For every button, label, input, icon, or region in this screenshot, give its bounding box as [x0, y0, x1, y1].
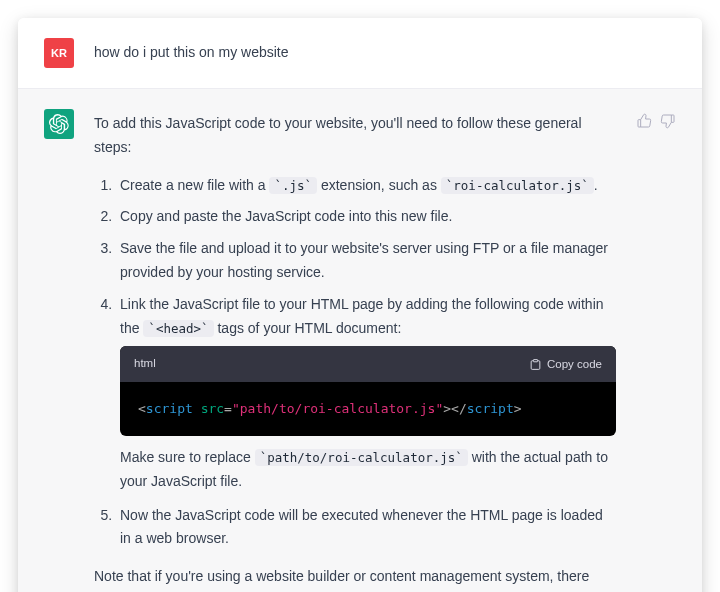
- thumbs-up-icon: [636, 113, 652, 129]
- inline-code: `roi-calculator.js`: [441, 177, 594, 194]
- copy-code-label: Copy code: [547, 358, 602, 370]
- code-content: <script src="path/to/roi-calculator.js">…: [120, 382, 616, 436]
- inline-code: `.js`: [269, 177, 317, 194]
- step-1: Create a new file with a `.js` extension…: [116, 174, 616, 198]
- message-actions: [636, 109, 676, 592]
- assistant-outro-text: Note that if you're using a website buil…: [94, 565, 616, 592]
- assistant-message-body: To add this JavaScript code to your webs…: [94, 109, 616, 592]
- assistant-intro-text: To add this JavaScript code to your webs…: [94, 112, 616, 160]
- user-message-text: how do i put this on my website: [94, 44, 289, 60]
- steps-list: Create a new file with a `.js` extension…: [94, 174, 616, 552]
- thumbs-up-button[interactable]: [636, 113, 652, 129]
- inline-code: `path/to/roi-calculator.js`: [255, 449, 468, 466]
- code-language-label: html: [134, 354, 156, 374]
- step-5: Now the JavaScript code will be executed…: [116, 504, 616, 552]
- thumbs-down-icon: [660, 113, 676, 129]
- user-avatar-initials: KR: [51, 47, 67, 59]
- copy-code-button[interactable]: Copy code: [529, 358, 602, 371]
- svg-rect-0: [533, 359, 537, 361]
- code-block-header: html Copy code: [120, 346, 616, 382]
- inline-code: `<head>`: [143, 320, 213, 337]
- step-2: Copy and paste the JavaScript code into …: [116, 205, 616, 229]
- user-message-body: how do i put this on my website: [94, 38, 676, 68]
- chat-window: KR how do i put this on my website To ad…: [18, 18, 702, 592]
- thumbs-down-button[interactable]: [660, 113, 676, 129]
- code-block: html Copy code <script src="path/to/roi-…: [120, 346, 616, 436]
- user-avatar: KR: [44, 38, 74, 68]
- step-4-note: Make sure to replace `path/to/roi-calcul…: [120, 446, 616, 494]
- assistant-message-row: To add this JavaScript code to your webs…: [18, 88, 702, 592]
- step-3: Save the file and upload it to your webs…: [116, 237, 616, 285]
- openai-logo-icon: [49, 114, 69, 134]
- step-4: Link the JavaScript file to your HTML pa…: [116, 293, 616, 494]
- clipboard-icon: [529, 358, 542, 371]
- user-message-row: KR how do i put this on my website: [18, 18, 702, 88]
- assistant-avatar: [44, 109, 74, 139]
